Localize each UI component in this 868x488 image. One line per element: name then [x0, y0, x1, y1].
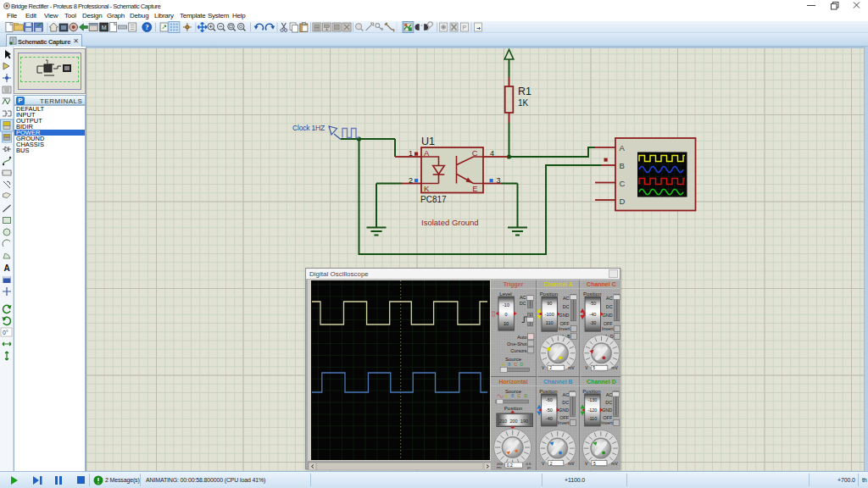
svg-text:D: D [525, 393, 528, 398]
svg-text:GND: GND [602, 408, 612, 413]
svg-text:110: 110 [546, 320, 554, 325]
svg-text:Invert: Invert [558, 420, 570, 425]
svg-text:0: 0 [504, 312, 507, 317]
svg-text:3: 3 [497, 176, 501, 185]
svg-text:OFF: OFF [603, 415, 613, 420]
svg-text:mV: mV [568, 461, 575, 466]
svg-text:A: A [3, 263, 9, 273]
svg-text:Clock 1HZ: Clock 1HZ [292, 124, 325, 132]
svg-text:Channel D: Channel D [587, 379, 616, 385]
svg-text:A: A [620, 143, 626, 152]
svg-text:C: C [518, 393, 521, 398]
svg-text:K: K [424, 184, 430, 193]
svg-text:5: 5 [593, 461, 596, 466]
svg-text:Isolated Ground: Isolated Ground [421, 218, 479, 227]
svg-text:Position: Position [539, 389, 557, 394]
svg-text:AC: AC [606, 392, 613, 397]
svg-text:1K: 1K [518, 98, 529, 108]
svg-text:Position: Position [540, 291, 558, 297]
svg-text:AC: AC [520, 295, 526, 300]
svg-text:2: 2 [549, 365, 552, 370]
svg-text:-60: -60 [546, 397, 553, 402]
svg-text:P: P [463, 25, 467, 30]
svg-text:4: 4 [490, 149, 494, 158]
svg-text:B: B [620, 161, 625, 170]
svg-text:Channel A: Channel A [543, 281, 572, 287]
svg-text:Invert: Invert [601, 420, 613, 425]
svg-text:D: D [520, 362, 524, 367]
svg-text:190: 190 [520, 419, 528, 424]
svg-text:-50: -50 [589, 301, 596, 306]
svg-text:-0.9: -0.9 [492, 311, 496, 318]
svg-text:DC: DC [605, 400, 612, 405]
svg-text:2: 2 [550, 461, 553, 466]
svg-text:Cursors: Cursors [510, 348, 527, 353]
svg-text:-30: -30 [589, 320, 596, 325]
svg-text:-110: -110 [588, 416, 598, 421]
svg-text:GND: GND [602, 313, 612, 318]
svg-text:5: 5 [593, 365, 595, 370]
svg-text:DC: DC [520, 301, 526, 306]
svg-text:-120: -120 [587, 408, 597, 413]
svg-text:M: M [102, 25, 107, 30]
svg-text:mV: mV [568, 365, 575, 370]
svg-text:One-Shot: One-Shot [507, 341, 527, 347]
svg-text:GND: GND [559, 408, 569, 413]
svg-text:AC: AC [606, 296, 613, 301]
svg-text:Channel B: Channel B [543, 379, 573, 385]
svg-text:Channel C: Channel C [587, 281, 616, 287]
svg-text:Invert: Invert [602, 326, 614, 331]
svg-text:OFF: OFF [560, 321, 570, 326]
svg-text:1: 1 [409, 149, 413, 158]
svg-text:2: 2 [409, 176, 413, 185]
svg-text:90: 90 [547, 301, 552, 306]
svg-text:DC: DC [606, 304, 613, 309]
svg-text:Auto: Auto [517, 335, 526, 340]
svg-text:R1: R1 [518, 86, 531, 97]
svg-text:PC817: PC817 [420, 195, 447, 204]
svg-text:OFF: OFF [604, 321, 614, 326]
svg-text:-100: -100 [545, 312, 554, 317]
svg-text:-10: -10 [503, 302, 509, 308]
svg-text:Position: Position [582, 389, 600, 394]
svg-text:A: A [424, 148, 430, 158]
svg-text:-130: -130 [587, 397, 597, 402]
svg-text:DC: DC [562, 400, 569, 405]
svg-text:AC: AC [563, 392, 570, 397]
svg-text:Position: Position [504, 406, 522, 411]
svg-text:U1: U1 [421, 136, 435, 147]
svg-text:mV: mV [611, 461, 618, 466]
svg-text:-40: -40 [589, 312, 596, 317]
svg-text:C: C [620, 179, 626, 188]
svg-text:0.2: 0.2 [507, 463, 513, 468]
svg-text:ms: ms [497, 465, 502, 469]
svg-text:-40: -40 [546, 416, 553, 421]
svg-text:AC: AC [563, 296, 570, 301]
svg-text:µs: µs [527, 465, 531, 469]
svg-text:OFF: OFF [559, 415, 570, 420]
svg-text:C: C [514, 362, 517, 367]
svg-text:Level: Level [499, 291, 511, 297]
svg-text:200: 200 [509, 419, 517, 424]
svg-text:D: D [620, 197, 626, 206]
svg-text:GND: GND [559, 313, 569, 318]
svg-text:?: ? [145, 23, 148, 31]
svg-text:10: 10 [504, 321, 509, 326]
svg-text:Position: Position [583, 291, 601, 297]
svg-text:E: E [472, 184, 477, 193]
svg-text:0°: 0° [3, 330, 8, 336]
svg-text:Trigger: Trigger [504, 281, 524, 288]
svg-text:210: 210 [499, 419, 507, 424]
svg-text:-50: -50 [546, 408, 553, 413]
svg-text:C: C [472, 148, 478, 158]
svg-text:mV: mV [611, 365, 618, 370]
svg-text:DC: DC [563, 304, 570, 309]
svg-text:Horizontal: Horizontal [498, 379, 527, 385]
svg-text:Invert: Invert [559, 326, 570, 331]
